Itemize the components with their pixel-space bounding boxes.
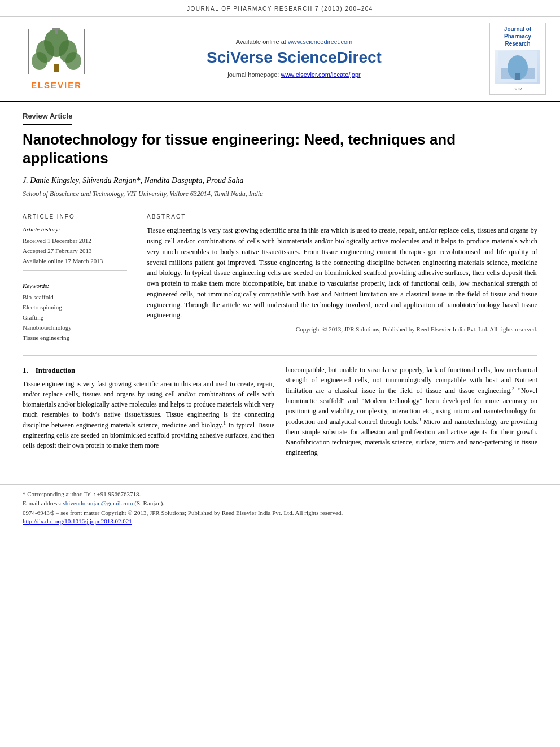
- available-date: Available online 17 March 2013: [23, 257, 127, 266]
- footer-doi[interactable]: http://dx.doi.org/10.1016/j.jopr.2013.02…: [23, 517, 537, 526]
- journal-logo-title: Journal ofPharmacy Research: [492, 25, 543, 47]
- sciencedirect-link[interactable]: www.sciencedirect.com: [288, 38, 352, 45]
- abstract-text: Tissue engineering is very fast growing …: [147, 225, 537, 321]
- authors-line: J. Danie Kingsley, Shivendu Ranjan*, Nan…: [23, 175, 537, 186]
- page-wrapper: JOURNAL OF PHARMACY RESEARCH 7 (2013) 20…: [0, 0, 560, 532]
- svg-rect-8: [54, 64, 59, 72]
- homepage-link[interactable]: www.elsevier.com/locate/jopr: [281, 71, 360, 78]
- keyword-grafting: Grafting: [23, 313, 127, 322]
- svg-point-7: [65, 52, 81, 70]
- center-banner: Available online at www.sciencedirect.co…: [107, 38, 481, 79]
- received-date: Received 1 December 2012: [23, 237, 127, 246]
- article-info-col: ARTICLE INFO Article history: Received 1…: [23, 213, 135, 344]
- footer-corresponding-note: * Corresponding author. Tel.: +91 956676…: [23, 490, 537, 499]
- footer-email-link[interactable]: shivenduranjan@gmail.com: [63, 500, 133, 506]
- journal-logo-box: Journal ofPharmacy Research SJR: [489, 23, 546, 95]
- abstract-col: ABSTRACT Tissue engineering is very fast…: [147, 213, 537, 344]
- intro-number: 1.: [23, 366, 28, 374]
- introduction-title: 1. Introduction: [23, 365, 274, 376]
- journal-header-text: JOURNAL OF PHARMACY RESEARCH 7 (2013) 20…: [187, 6, 373, 12]
- superscript-3: 3: [418, 417, 421, 422]
- elsevier-wordmark: ELSEVIER: [31, 79, 82, 91]
- review-article-label: Review Article: [23, 111, 72, 125]
- copyright-line: Copyright © 2013, JPR Solutions; Publish…: [147, 325, 537, 334]
- intro-text-right: biocompatible, but unable to vascularise…: [286, 365, 537, 457]
- right-logo: Journal ofPharmacy Research SJR: [487, 23, 549, 95]
- abstract-label: ABSTRACT: [147, 213, 537, 221]
- info-abstract-row: ARTICLE INFO Article history: Received 1…: [23, 207, 537, 344]
- keyword-nanobiotechnology: Nanobiotechnology: [23, 324, 127, 333]
- accepted-date: Accepted 27 February 2013: [23, 247, 127, 256]
- journal-header-bar: JOURNAL OF PHARMACY RESEARCH 7 (2013) 20…: [0, 0, 560, 17]
- keywords-label: Keywords:: [23, 277, 127, 291]
- intro-text-1: Tissue engineering is very fast growing …: [23, 379, 274, 451]
- main-content: Review Article Nanotechnology for tissue…: [0, 102, 560, 473]
- keyword-electrospinning: Electrospinning: [23, 303, 127, 312]
- paper-title: Nanotechnology for tissue engineering: N…: [23, 130, 537, 167]
- body-col-left: 1. Introduction Tissue engineering is ve…: [23, 365, 274, 462]
- page-footer: * Corresponding author. Tel.: +91 956676…: [0, 484, 560, 532]
- body-col-right: biocompatible, but unable to vascularise…: [286, 365, 537, 462]
- elsevier-tree-icon: [25, 26, 88, 77]
- section-divider: [23, 355, 537, 356]
- superscript-2: 2: [511, 386, 514, 391]
- journal-logo-img: [495, 50, 540, 84]
- footer-email: E-mail address: shivenduranjan@gmail.com…: [23, 499, 537, 508]
- body-columns: 1. Introduction Tissue engineering is ve…: [23, 365, 537, 462]
- footer-issn: 0974-6943/$ – see front matter Copyright…: [23, 508, 537, 518]
- elsevier-logo: ELSEVIER: [11, 26, 102, 91]
- banner-row: ELSEVIER Available online at www.science…: [0, 17, 560, 103]
- article-history-label: Article history:: [23, 225, 127, 234]
- history-divider: [23, 270, 127, 271]
- homepage-text: journal homepage: www.elsevier.com/locat…: [113, 71, 475, 80]
- keyword-tissue-engineering: Tissue engineering: [23, 334, 127, 343]
- affiliation-line: School of Bioscience and Technology, VIT…: [23, 189, 537, 199]
- svg-point-6: [32, 52, 47, 70]
- sciverse-title: SciVerse ScienceDirect: [113, 48, 475, 67]
- svg-rect-10: [53, 28, 60, 30]
- article-info-label: ARTICLE INFO: [23, 213, 127, 221]
- available-text: Available online at www.sciencedirect.co…: [113, 38, 475, 47]
- doi-link[interactable]: http://dx.doi.org/10.1016/j.jopr.2013.02…: [23, 518, 132, 525]
- svg-rect-14: [515, 73, 520, 80]
- logo-badge: SJR: [492, 86, 543, 93]
- keyword-bioscaffold: Bio-scaffold: [23, 293, 127, 302]
- intro-title: Introduction: [36, 366, 76, 374]
- superscript-1: 1: [223, 420, 226, 426]
